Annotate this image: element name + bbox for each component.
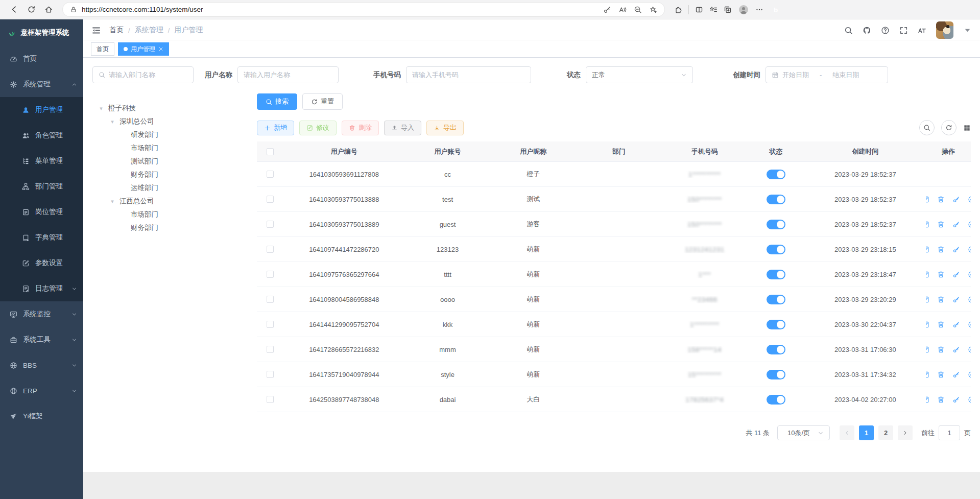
username-field[interactable] (244, 71, 332, 79)
sidebar-item-2[interactable]: 用户管理 (0, 97, 83, 123)
select-all-checkbox[interactable] (267, 148, 274, 155)
user-avatar[interactable] (936, 21, 953, 39)
header-search-icon[interactable] (844, 26, 853, 35)
tree-node-6[interactable]: ▾运维部门 (92, 181, 246, 195)
row-reset-password-button[interactable] (952, 271, 960, 278)
next-page-button[interactable] (898, 425, 913, 440)
sidebar-item-4[interactable]: 菜单管理 (0, 148, 83, 174)
row-delete-button[interactable] (937, 271, 945, 278)
url-bar[interactable]: https://ccnetcore.com:1101/system/user (62, 2, 665, 17)
row-checkbox[interactable] (267, 171, 274, 178)
status-toggle[interactable] (767, 295, 785, 304)
tree-node-1[interactable]: ▾深圳总公司 (92, 115, 246, 128)
tree-expand-caret-icon[interactable]: ▾ (110, 118, 115, 125)
tree-node-9[interactable]: ▾财务部门 (92, 221, 246, 234)
tab-user-management[interactable]: 用户管理 (118, 42, 169, 56)
prev-page-button[interactable] (840, 425, 854, 440)
date-range-picker[interactable]: 开始日期 - 结束日期 (766, 66, 888, 83)
browser-profile-icon[interactable] (738, 4, 749, 15)
sidebar-item-12[interactable]: BBS (0, 352, 83, 378)
zoom-out-icon[interactable] (634, 6, 642, 14)
search-button[interactable]: 搜索 (257, 93, 297, 110)
page-size-select[interactable]: 10条/页 (777, 425, 830, 440)
row-edit-button[interactable] (926, 346, 929, 353)
row-edit-button[interactable] (926, 371, 929, 378)
export-button[interactable]: 导出 (426, 121, 464, 135)
row-edit-button[interactable] (926, 246, 929, 253)
date-end-placeholder[interactable]: 结束日期 (832, 70, 859, 80)
reset-button[interactable]: 重置 (302, 93, 343, 110)
row-delete-button[interactable] (937, 196, 945, 203)
row-checkbox[interactable] (267, 396, 274, 403)
sidebar-item-0[interactable]: 首页 (0, 46, 83, 72)
row-delete-button[interactable] (937, 396, 945, 403)
close-tab-icon[interactable] (158, 46, 163, 52)
phone-field[interactable] (412, 71, 525, 79)
row-assign-role-button[interactable] (968, 371, 971, 378)
sidebar-item-6[interactable]: 岗位管理 (0, 199, 83, 225)
row-delete-button[interactable] (937, 221, 945, 228)
help-icon[interactable] (881, 26, 890, 35)
row-delete-button[interactable] (937, 296, 945, 303)
sidebar-item-3[interactable]: 角色管理 (0, 123, 83, 148)
sidebar-item-5[interactable]: 部门管理 (0, 174, 83, 199)
status-select[interactable] (586, 66, 693, 83)
extensions-icon[interactable] (674, 6, 682, 14)
tree-node-3[interactable]: ▾市场部门 (92, 141, 246, 155)
status-toggle[interactable] (767, 195, 785, 204)
add-favorite-icon[interactable] (649, 6, 657, 14)
sidebar-item-8[interactable]: 参数设置 (0, 250, 83, 276)
row-reset-password-button[interactable] (952, 196, 960, 203)
sidebar-item-14[interactable]: Yi框架 (0, 403, 83, 429)
browser-back-button[interactable] (6, 2, 21, 17)
breadcrumb-system[interactable]: 系统管理 (135, 26, 163, 35)
status-select-value[interactable] (592, 71, 677, 79)
tab-home[interactable]: 首页 (91, 42, 114, 56)
row-checkbox[interactable] (267, 346, 274, 353)
dept-search-input[interactable] (92, 66, 194, 83)
row-checkbox[interactable] (267, 321, 274, 328)
row-edit-button[interactable] (926, 196, 929, 203)
row-checkbox[interactable] (267, 271, 274, 278)
row-checkbox[interactable] (267, 221, 274, 228)
row-delete-button[interactable] (937, 346, 945, 353)
row-assign-role-button[interactable] (968, 221, 971, 228)
row-checkbox[interactable] (267, 371, 274, 378)
read-aloud-icon[interactable] (618, 6, 627, 14)
row-edit-button[interactable] (926, 321, 929, 328)
row-assign-role-button[interactable] (968, 296, 971, 303)
row-checkbox[interactable] (267, 196, 274, 203)
row-assign-role-button[interactable] (968, 396, 971, 403)
row-assign-role-button[interactable] (968, 271, 971, 278)
password-key-icon[interactable] (603, 6, 611, 14)
tree-node-7[interactable]: ▾江西总公司 (92, 195, 246, 208)
row-edit-button[interactable] (926, 271, 929, 278)
date-start-placeholder[interactable]: 开始日期 (782, 70, 809, 80)
row-assign-role-button[interactable] (968, 321, 971, 328)
username-input[interactable] (237, 66, 339, 83)
row-checkbox[interactable] (267, 296, 274, 303)
status-toggle[interactable] (767, 245, 785, 254)
app-logo[interactable]: 意框架管理系统 (0, 19, 83, 46)
tree-expand-caret-icon[interactable]: ▾ (110, 198, 115, 205)
toggle-search-button[interactable] (919, 120, 935, 135)
collapse-sidebar-button[interactable] (91, 26, 101, 35)
github-icon[interactable] (863, 26, 871, 35)
page-button-1[interactable]: 1 (859, 425, 874, 440)
row-reset-password-button[interactable] (952, 221, 960, 228)
sidebar-item-1[interactable]: 系统管理 (0, 72, 83, 97)
phone-input[interactable] (406, 66, 531, 83)
sidebar-item-10[interactable]: 系统监控 (0, 301, 83, 327)
dept-search-field[interactable] (109, 71, 187, 79)
row-edit-button[interactable] (926, 296, 929, 303)
row-reset-password-button[interactable] (952, 296, 960, 303)
status-toggle[interactable] (767, 220, 785, 229)
row-reset-password-button[interactable] (952, 321, 960, 328)
sidebar-item-9[interactable]: 日志管理 (0, 276, 83, 301)
tree-node-4[interactable]: ▾测试部门 (92, 155, 246, 168)
sidebar-item-7[interactable]: 字典管理 (0, 225, 83, 250)
sidebar-item-13[interactable]: ERP (0, 378, 83, 403)
browser-home-button[interactable] (41, 2, 56, 17)
row-edit-button[interactable] (926, 396, 929, 403)
split-screen-icon[interactable] (695, 6, 703, 14)
